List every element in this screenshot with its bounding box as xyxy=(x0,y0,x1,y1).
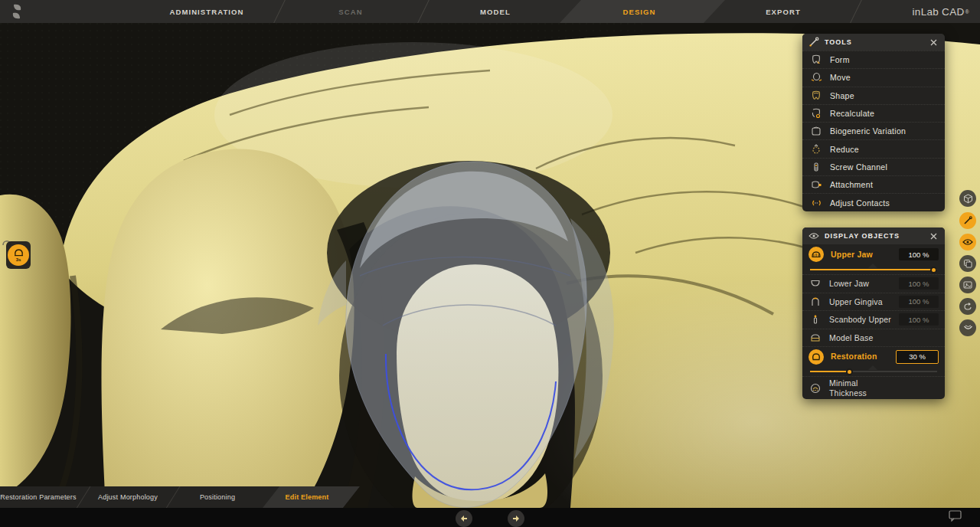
display-objects-header: DISPLAY OBJECTS xyxy=(802,227,945,244)
bottom-strip xyxy=(0,508,980,527)
slider-notch xyxy=(868,264,877,268)
tool-item-recalculate[interactable]: Recalculate xyxy=(802,104,945,122)
shape-tooth-icon xyxy=(810,90,822,102)
top-phase-bar: ADMINISTRATION SCAN MODEL DESIGN EXPORT … xyxy=(0,0,980,23)
minimal-thickness-icon xyxy=(808,381,822,395)
tool-item-label: Form xyxy=(830,55,850,64)
brand-registered-mark: ® xyxy=(965,9,969,15)
step-adjust-morphology[interactable]: Adjust Morphology xyxy=(83,486,172,508)
tab-model[interactable]: MODEL xyxy=(426,0,564,23)
reduce-tooth-icon xyxy=(810,143,822,155)
opacity-value[interactable]: 100 % xyxy=(899,248,939,260)
tool-item-screw-channel[interactable]: Screw Channel xyxy=(802,158,945,175)
tool-item-label: Shape xyxy=(830,91,854,100)
opacity-value: 100 % xyxy=(899,296,939,308)
step-forward-arrow-icon[interactable] xyxy=(508,510,524,527)
step-edit-element[interactable]: Edit Element xyxy=(263,486,351,508)
object-row-upper-gingiva[interactable]: Upper Gingiva 100 % xyxy=(802,293,945,311)
jaw-arch-icon[interactable] xyxy=(959,319,976,336)
tool-item-label: Attachment xyxy=(830,180,873,189)
duplicate-icon[interactable] xyxy=(959,255,976,272)
object-label: Model Base xyxy=(829,333,939,342)
tool-item-attachment[interactable]: Attachment xyxy=(802,175,945,193)
object-row-restoration[interactable]: Restoration 30 % xyxy=(802,346,945,366)
tool-item-form[interactable]: Form xyxy=(802,51,945,68)
tool-item-adjust-contacts[interactable]: Adjust Contacts xyxy=(802,193,945,211)
view-cube-icon[interactable] xyxy=(959,190,976,207)
display-objects-eye-icon[interactable] xyxy=(959,234,976,250)
upper-gingiva-icon xyxy=(808,295,822,309)
app-brand: inLab CAD® xyxy=(913,0,969,23)
tool-item-label: Move xyxy=(830,73,851,82)
screw-channel-icon xyxy=(810,161,822,173)
slider-fill xyxy=(810,371,848,372)
tool-item-label: Reduce xyxy=(830,145,859,154)
dentsply-sirona-logo xyxy=(9,4,24,19)
object-label: Restoration xyxy=(831,352,889,361)
tool-item-label: Biogeneric Variation xyxy=(830,126,906,136)
tools-panel-header: TOOLS xyxy=(802,34,945,51)
slider-knob[interactable] xyxy=(846,368,853,375)
attachment-icon xyxy=(810,178,822,191)
step-positioning[interactable]: Positioning xyxy=(173,486,262,508)
object-label: Upper Gingiva xyxy=(829,297,892,306)
tool-item-biogeneric-variation[interactable]: Biogeneric Variation xyxy=(802,122,945,139)
design-step-bar: Restoration Parameters Adjust Morphology… xyxy=(0,486,360,508)
form-tooth-cursor-icon xyxy=(810,54,822,66)
biogeneric-variation-icon xyxy=(810,125,822,137)
tool-item-shape[interactable]: Shape xyxy=(802,87,945,104)
object-row-lower-jaw[interactable]: Lower Jaw 100 % xyxy=(802,274,945,293)
eye-icon xyxy=(808,232,819,240)
tools-caliper-icon[interactable] xyxy=(959,212,976,229)
tool-item-label: Screw Channel xyxy=(830,162,887,172)
opacity-value: 100 % xyxy=(899,313,939,326)
recalculate-tooth-icon xyxy=(810,107,822,119)
object-label: Lower Jaw xyxy=(829,279,892,288)
tab-design[interactable]: DESIGN xyxy=(570,0,708,23)
screenshot-icon[interactable] xyxy=(959,277,976,293)
tab-scan[interactable]: SCAN xyxy=(282,0,420,23)
object-label: Scanbody Upper xyxy=(829,315,892,324)
upper-jaw-icon xyxy=(808,247,824,262)
tab-export[interactable]: EXPORT xyxy=(714,0,852,23)
share-icon[interactable] xyxy=(959,298,976,315)
slider-track xyxy=(810,269,937,270)
tools-panel: TOOLS Form Move Shape Recalculate Biogen… xyxy=(802,34,945,211)
step-back-arrow-icon[interactable] xyxy=(456,510,472,527)
close-icon[interactable] xyxy=(928,37,939,47)
object-row-model-base[interactable]: Model Base xyxy=(802,329,945,347)
slider-knob[interactable] xyxy=(930,267,937,273)
caliper-tool-icon xyxy=(808,37,819,47)
display-objects-panel: DISPLAY OBJECTS Upper Jaw 100 % Lower Ja… xyxy=(802,227,945,399)
upper-jaw-opacity-slider[interactable] xyxy=(802,264,945,274)
adjust-contacts-icon xyxy=(810,197,822,209)
scanbody-upper-icon xyxy=(808,313,822,326)
object-row-scanbody-upper[interactable]: Scanbody Upper 100 % xyxy=(802,310,945,329)
opacity-value: 100 % xyxy=(899,277,939,290)
model-base-icon xyxy=(808,331,822,345)
chat-bubble-icon[interactable] xyxy=(946,509,963,522)
restoration-crown-icon xyxy=(808,349,824,365)
tool-item-label: Recalculate xyxy=(830,109,874,118)
restoration-opacity-slider[interactable] xyxy=(802,366,945,376)
restoration-crown-icon: 3s xyxy=(8,244,29,266)
tool-item-label: Adjust Contacts xyxy=(830,198,890,208)
tab-administration[interactable]: ADMINISTRATION xyxy=(138,0,276,23)
move-tooth-icon xyxy=(810,71,822,83)
badge-label: 3s xyxy=(16,257,21,262)
object-row-upper-jaw[interactable]: Upper Jaw 100 % xyxy=(802,244,945,264)
slider-track xyxy=(810,371,937,372)
tooth-position-badge[interactable]: 3s xyxy=(6,241,31,269)
close-icon[interactable] xyxy=(928,231,939,241)
object-label: Upper Jaw xyxy=(831,250,892,259)
tool-item-reduce[interactable]: Reduce xyxy=(802,139,945,157)
lower-jaw-icon xyxy=(808,277,822,290)
display-objects-title: DISPLAY OBJECTS xyxy=(825,232,923,240)
step-restoration-parameters[interactable]: Restoration Parameters xyxy=(0,486,83,508)
tool-item-move[interactable]: Move xyxy=(802,68,945,86)
object-label: Minimal Thickness xyxy=(829,378,884,397)
object-row-minimal-thickness[interactable]: Minimal Thickness xyxy=(802,376,945,399)
slider-fill xyxy=(810,269,937,270)
tools-panel-title: TOOLS xyxy=(825,38,923,46)
opacity-value-input[interactable]: 30 % xyxy=(896,350,939,364)
